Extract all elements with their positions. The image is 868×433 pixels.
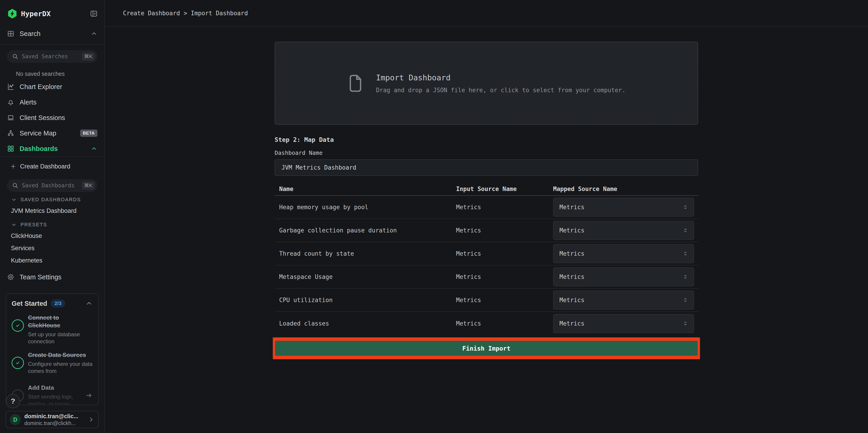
divider <box>0 156 104 157</box>
laptop-icon <box>7 114 14 122</box>
sidebar-item-service-map[interactable]: Service Map BETA <box>0 125 104 141</box>
table-row: Garbage collection pause duration Metric… <box>275 219 698 242</box>
step-subtitle: Set up your database connection <box>28 331 93 345</box>
dashboard-name-label: Dashboard Name <box>275 150 698 156</box>
column-header-input-source: Input Source Name <box>456 186 553 192</box>
saved-dashboards-input[interactable]: ⌘K <box>7 179 97 192</box>
main-area: Create Dashboard > Import Dashboard Impo… <box>105 0 868 433</box>
mapping-table: Name Input Source Name Mapped Source Nam… <box>275 183 698 335</box>
mapped-source-select[interactable]: Metrics <box>553 244 694 263</box>
breadcrumb-separator: > <box>184 10 187 17</box>
row-input-source: Metrics <box>456 320 553 327</box>
chevron-down-icon <box>11 222 17 228</box>
check-circle-icon <box>11 357 24 369</box>
mapped-source-select[interactable]: Metrics <box>553 314 694 333</box>
sidebar-item-alerts[interactable]: Alerts <box>0 94 104 110</box>
row-input-source: Metrics <box>456 227 553 234</box>
dropzone-title: Import Dashboard <box>376 73 625 82</box>
step-title: Add Data <box>28 384 85 392</box>
search-section-label: Search <box>20 30 91 37</box>
saved-searches-field[interactable] <box>22 53 82 60</box>
sidebar-nav: Chart Explorer Alerts Client Sessions Se… <box>0 79 104 156</box>
chevron-up-down-icon <box>682 297 689 303</box>
breadcrumb-create-dashboard[interactable]: Create Dashboard <box>123 10 180 17</box>
table-header-row: Name Input Source Name Mapped Source Nam… <box>275 183 698 196</box>
presets-group-header[interactable]: PRESETS <box>11 220 104 230</box>
logo-row: HyperDX <box>0 0 104 20</box>
preset-link-kubernetes[interactable]: Kubernetes <box>0 254 104 267</box>
column-header-mapped-source: Mapped Source Name <box>553 186 698 192</box>
get-started-step-sources[interactable]: Create Data Sources Configure where your… <box>11 351 93 374</box>
row-input-source: Metrics <box>456 250 553 257</box>
group-title: SAVED DASHBOARDS <box>21 197 81 203</box>
mapped-source-select[interactable]: Metrics <box>553 221 694 240</box>
step-subtitle: Configure where your data comes from <box>28 360 93 374</box>
sidebar-item-team-settings[interactable]: Team Settings <box>0 270 104 284</box>
collapse-sidebar-icon[interactable] <box>90 9 98 18</box>
mapped-source-select[interactable]: Metrics <box>553 290 694 310</box>
no-saved-searches-text: No saved searches <box>16 70 104 77</box>
search-icon <box>12 182 19 189</box>
sidebar-item-client-sessions[interactable]: Client Sessions <box>0 110 104 125</box>
nav-label: Chart Explorer <box>20 83 97 91</box>
preset-link-clickhouse[interactable]: ClickHouse <box>0 230 104 242</box>
finish-import-button[interactable]: Finish Import <box>275 341 698 356</box>
table-row: Heap memory usage by pool Metrics Metric… <box>275 196 698 219</box>
breadcrumb-import-dashboard[interactable]: Import Dashboard <box>191 10 248 17</box>
service-map-icon <box>7 129 14 137</box>
row-input-source: Metrics <box>456 273 553 280</box>
row-name: CPU utilization <box>275 297 456 304</box>
chevron-up-down-icon <box>682 250 689 257</box>
create-dashboard-link[interactable]: Create Dashboard <box>0 159 104 174</box>
row-input-source: Metrics <box>456 204 553 211</box>
user-menu[interactable]: D dominic.tran@clic... dominic.tran@clic… <box>6 411 99 428</box>
get-started-card: Get Started 2/3 Connect to ClickHouse Se… <box>6 293 99 405</box>
select-value: Metrics <box>559 227 682 234</box>
chevron-up-icon[interactable] <box>85 300 93 307</box>
nav-label: Alerts <box>20 99 97 106</box>
table-row: Thread count by state Metrics Metrics <box>275 242 698 266</box>
mapped-source-select[interactable]: Metrics <box>553 197 694 217</box>
step-subtitle: Start sending logs, metrics, or traces <box>28 393 85 405</box>
saved-searches-input[interactable]: ⌘K <box>7 50 97 63</box>
plus-icon <box>10 163 17 169</box>
sidebar-item-search[interactable]: Search <box>0 26 104 41</box>
row-name: Thread count by state <box>275 250 456 257</box>
select-value: Metrics <box>559 320 682 327</box>
get-started-step-add-data[interactable]: Add Data Start sending logs, metrics, or… <box>11 384 93 405</box>
dashboard-name-input[interactable] <box>275 159 698 176</box>
mapped-source-select[interactable]: Metrics <box>553 267 694 286</box>
get-started-step-connect[interactable]: Connect to ClickHouse Set up your databa… <box>11 314 93 345</box>
step-heading: Step 2: Map Data <box>275 136 698 143</box>
chevron-up-icon <box>91 30 97 37</box>
nav-label: Client Sessions <box>20 114 97 122</box>
shortcut-badge: ⌘K <box>82 52 95 61</box>
dropzone-subtitle: Drag and drop a JSON file here, or click… <box>376 87 625 94</box>
row-name: Garbage collection pause duration <box>275 227 456 234</box>
dashboard-link-jvm-metrics[interactable]: JVM Metrics Dashboard <box>0 205 104 217</box>
select-value: Metrics <box>559 250 682 257</box>
chevron-up-down-icon <box>682 274 689 280</box>
help-button[interactable]: ? <box>6 394 20 408</box>
chevron-up-down-icon <box>682 227 689 234</box>
sidebar-item-chart-explorer[interactable]: Chart Explorer <box>0 79 104 94</box>
saved-dashboards-group-header[interactable]: SAVED DASHBOARDS <box>11 195 104 205</box>
row-name: Metaspace Usage <box>275 273 456 280</box>
column-header-name: Name <box>275 186 456 192</box>
preset-link-services[interactable]: Services <box>0 242 104 254</box>
sidebar: HyperDX Search ⌘K No saved searches Char… <box>0 0 105 433</box>
dashboards-grid-icon <box>7 145 14 153</box>
get-started-progress-badge: 2/3 <box>51 299 65 308</box>
sidebar-item-dashboards[interactable]: Dashboards <box>0 141 104 156</box>
chevron-up-down-icon <box>682 320 689 327</box>
highlight-overlay: Finish Import <box>273 337 700 359</box>
shortcut-badge: ⌘K <box>82 181 95 190</box>
gear-icon <box>7 273 14 281</box>
nav-label: Service Map <box>20 129 80 137</box>
saved-dashboards-field[interactable] <box>22 182 82 189</box>
file-dropzone[interactable]: Import Dashboard Drag and drop a JSON fi… <box>275 42 698 125</box>
chevron-right-icon <box>88 416 94 423</box>
bell-icon <box>7 98 14 106</box>
import-content: Import Dashboard Drag and drop a JSON fi… <box>275 27 698 359</box>
arrow-right-icon <box>85 392 93 399</box>
